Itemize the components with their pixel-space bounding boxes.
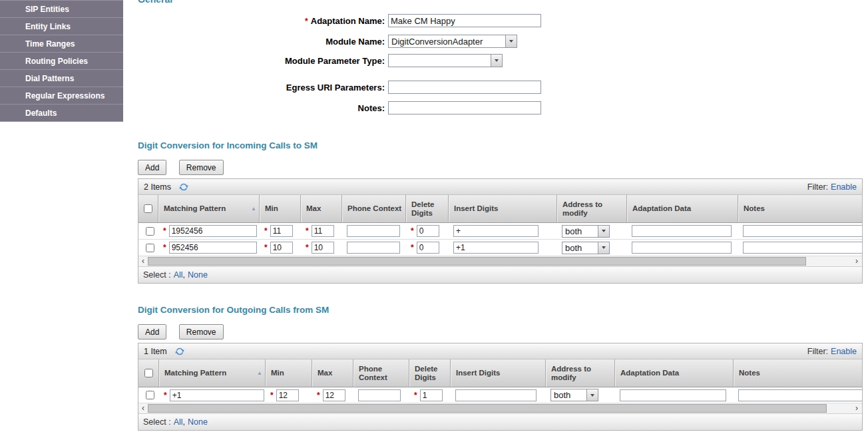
chevron-down-icon [586, 389, 598, 401]
scroll-left-icon[interactable]: ‹ [138, 403, 148, 413]
outgoing-calls-section: Digit Conversion for Outgoing Calls from… [138, 305, 863, 431]
insert-digits-input[interactable] [453, 225, 539, 237]
select-label: Select : [143, 417, 171, 427]
address-to-modify-select[interactable]: both [562, 242, 610, 254]
sidebar-item-entity-links[interactable]: Entity Links [0, 18, 123, 35]
delete-digits-input[interactable] [417, 242, 439, 254]
adaptation-data-input[interactable] [632, 225, 732, 237]
sidebar-item-regular-expressions[interactable]: Regular Expressions [0, 87, 123, 105]
sidebar-item-dial-patterns[interactable]: Dial Patterns [0, 70, 123, 87]
row-notes-input[interactable] [738, 389, 862, 401]
min-input[interactable] [270, 225, 293, 237]
column-header-max[interactable]: Max [312, 359, 353, 387]
column-header-notes[interactable]: Notes [738, 195, 862, 222]
select-bar: Select : All, None [138, 267, 862, 283]
notes-input[interactable] [388, 101, 541, 114]
row-notes-input[interactable] [743, 225, 862, 237]
scroll-left-icon[interactable]: ‹ [138, 256, 148, 266]
horizontal-scrollbar[interactable]: ‹ › [138, 256, 862, 267]
delete-digits-input[interactable] [417, 225, 439, 237]
adaptation-name-input[interactable] [388, 14, 541, 27]
add-button[interactable]: Add [138, 324, 166, 339]
column-header-phone-context[interactable]: Phone Context [342, 195, 406, 222]
column-header-address-to-modify[interactable]: Address to modify [557, 195, 627, 222]
egress-uri-parameters-label: Egress URI Parameters: [138, 83, 388, 93]
sidebar-item-routing-policies[interactable]: Routing Policies [0, 53, 123, 70]
table-toolbar: 1 Item Filter:Enable [138, 343, 862, 359]
scrollbar-thumb[interactable] [148, 404, 827, 413]
table-header-row: Matching Pattern▲ Min Max Phone Context … [138, 359, 862, 387]
column-header-min[interactable]: Min [260, 195, 301, 222]
add-button[interactable]: Add [138, 160, 166, 175]
module-name-select[interactable]: DigitConversionAdapter [388, 35, 517, 48]
matching-pattern-input[interactable] [169, 225, 257, 237]
remove-button[interactable]: Remove [179, 160, 224, 175]
sidebar-item-defaults[interactable]: Defaults [0, 105, 123, 122]
matching-pattern-input[interactable] [169, 242, 257, 254]
scroll-right-icon[interactable]: › [852, 403, 861, 413]
column-header-min[interactable]: Min [266, 359, 312, 387]
column-header-delete-digits[interactable]: Delete Digits [409, 359, 451, 387]
column-header-insert-digits[interactable]: Insert Digits [449, 195, 557, 222]
select-all-checkbox[interactable] [144, 369, 153, 377]
select-all-checkbox[interactable] [144, 204, 152, 213]
egress-uri-parameters-input[interactable] [388, 81, 541, 94]
chevron-down-icon [491, 55, 502, 67]
sidebar: SIP Entities Entity Links Time Ranges Ro… [0, 0, 123, 122]
incoming-calls-section: Digit Conversion for Incoming Calls to S… [138, 140, 863, 284]
column-header-notes[interactable]: Notes [734, 359, 862, 387]
address-to-modify-select[interactable]: both [550, 389, 598, 401]
filter-label: Filter: [807, 347, 828, 356]
column-header-delete-digits[interactable]: Delete Digits [406, 195, 449, 222]
column-header-max[interactable]: Max [301, 195, 342, 222]
phone-context-input[interactable] [347, 242, 400, 254]
column-header-adaptation-data[interactable]: Adaptation Data [615, 359, 734, 387]
sidebar-item-time-ranges[interactable]: Time Ranges [0, 35, 123, 53]
adaptation-data-input[interactable] [620, 389, 726, 401]
sort-ascending-icon: ▲ [247, 204, 256, 213]
section-title-general: General [138, 0, 172, 5]
row-checkbox[interactable] [146, 244, 154, 252]
column-header-matching-pattern[interactable]: Matching Pattern▲ [158, 195, 260, 222]
row-checkbox[interactable] [146, 227, 154, 236]
filter-enable-link[interactable]: Enable [831, 347, 857, 356]
column-header-phone-context[interactable]: Phone Context [353, 359, 409, 387]
phone-context-input[interactable] [347, 225, 400, 237]
phone-context-input[interactable] [358, 389, 401, 401]
chevron-down-icon [598, 226, 609, 237]
min-input[interactable] [270, 242, 293, 254]
max-input[interactable] [312, 225, 334, 237]
module-parameter-type-select[interactable] [388, 54, 503, 67]
sort-ascending-icon: ▲ [253, 369, 262, 377]
adaptation-data-input[interactable] [632, 242, 732, 254]
filter-enable-link[interactable]: Enable [831, 182, 857, 192]
scroll-right-icon[interactable]: › [852, 256, 861, 266]
select-all-link[interactable]: All [174, 417, 183, 427]
address-to-modify-select[interactable]: both [562, 225, 610, 238]
column-header-matching-pattern[interactable]: Matching Pattern▲ [159, 359, 266, 387]
horizontal-scrollbar[interactable]: ‹ › [138, 403, 862, 414]
select-none-link[interactable]: None [188, 270, 208, 280]
max-input[interactable] [323, 389, 345, 401]
refresh-icon[interactable] [175, 347, 184, 356]
column-header-adaptation-data[interactable]: Adaptation Data [627, 195, 738, 222]
matching-pattern-input[interactable] [170, 389, 264, 401]
chevron-down-icon [505, 35, 517, 47]
sidebar-item-sip-entities[interactable]: SIP Entities [0, 1, 123, 18]
outgoing-section-title: Digit Conversion for Outgoing Calls from… [138, 305, 863, 316]
column-header-address-to-modify[interactable]: Address to modify [546, 359, 615, 387]
delete-digits-input[interactable] [420, 389, 443, 401]
refresh-icon[interactable] [179, 182, 188, 192]
max-input[interactable] [312, 242, 334, 254]
insert-digits-input[interactable] [453, 242, 539, 254]
scrollbar-thumb[interactable] [148, 257, 806, 266]
select-all-link[interactable]: All [174, 270, 183, 280]
row-notes-input[interactable] [743, 242, 862, 254]
row-checkbox[interactable] [146, 391, 154, 399]
select-bar: Select : All, None [138, 414, 862, 430]
column-header-insert-digits[interactable]: Insert Digits [451, 359, 546, 387]
select-none-link[interactable]: None [188, 417, 208, 427]
min-input[interactable] [276, 389, 299, 401]
remove-button[interactable]: Remove [179, 324, 224, 339]
insert-digits-input[interactable] [455, 389, 537, 401]
